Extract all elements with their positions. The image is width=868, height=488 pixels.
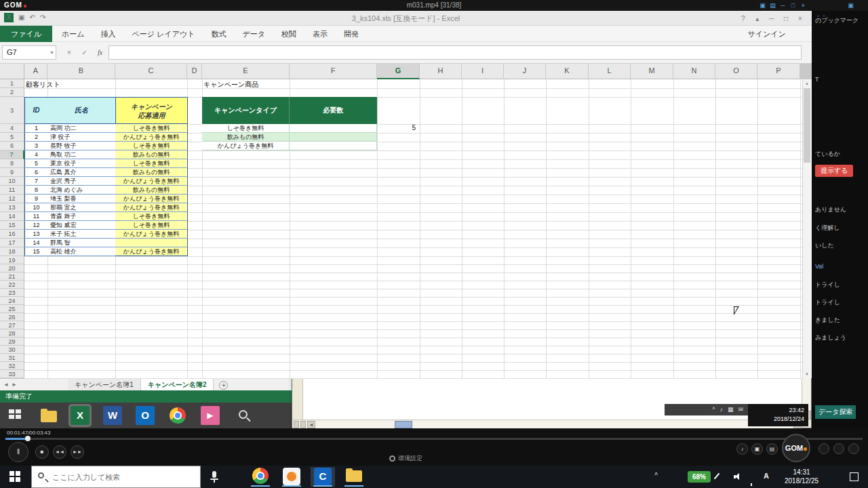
excel-window-controls[interactable]: ? ▴ ─ □ × xyxy=(737,11,806,26)
chrome-icon[interactable] xyxy=(168,406,187,425)
start-icon[interactable] xyxy=(5,406,24,425)
sheet-tab[interactable]: キャンペーン名簿2 xyxy=(141,379,214,390)
row-header-7[interactable]: 7 xyxy=(0,150,24,159)
settings-button[interactable]: 環境設定 xyxy=(389,454,422,463)
outlook-icon[interactable]: O xyxy=(136,406,155,425)
row-header-4[interactable]: 4 xyxy=(0,124,24,133)
maximize-icon[interactable]: □ xyxy=(788,0,798,11)
customer-campaign-cell[interactable]: しそ巻き無料 xyxy=(115,212,188,221)
scrollbar-thumb[interactable] xyxy=(395,421,412,428)
column-header-G[interactable]: G xyxy=(377,64,420,79)
split-handle[interactable] xyxy=(300,421,306,428)
customer-name-cell[interactable]: 金沢 秀子 xyxy=(47,177,116,186)
word-icon[interactable]: W xyxy=(103,406,122,425)
customer-name-cell[interactable]: 那覇 宜之 xyxy=(47,203,116,212)
column-header-N[interactable]: N xyxy=(673,64,715,79)
taskbar-clock[interactable]: 14:31 2018/12/25 xyxy=(777,468,826,485)
row-header-11[interactable]: 11 xyxy=(0,186,24,195)
horizontal-scrollbar[interactable]: ◄ ► xyxy=(293,420,802,428)
campaign-type-cell[interactable]: 飲みもの無料 xyxy=(202,133,290,142)
playlist-icon[interactable]: ▤ xyxy=(768,0,778,11)
row-header-31[interactable]: 31 xyxy=(0,354,24,362)
customer-campaign-cell[interactable]: 飲みもの無料 xyxy=(115,168,188,177)
customer-name-cell[interactable]: 長野 牧子 xyxy=(47,142,116,150)
keyboard-icon[interactable]: ▦ xyxy=(728,404,734,415)
customer-campaign-cell[interactable]: かんぴょう巻き無料 xyxy=(115,177,188,186)
enter-icon[interactable]: ✓ xyxy=(78,45,92,60)
customer-id-cell[interactable]: 11 xyxy=(24,212,48,221)
ribbon-tab-5[interactable]: データ xyxy=(234,26,273,42)
customer-id-cell[interactable]: 5 xyxy=(24,159,48,168)
row-header-5[interactable]: 5 xyxy=(0,133,24,142)
row-header-8[interactable]: 8 xyxy=(0,159,24,168)
capture-icon[interactable]: ▣ xyxy=(751,443,763,455)
gom-site-button[interactable]: GOM xyxy=(782,434,810,462)
stop-button[interactable]: ■ xyxy=(35,445,49,459)
ime-indicator[interactable]: A xyxy=(764,472,769,480)
volume-icon[interactable]: ♪ xyxy=(719,404,723,415)
customer-id-cell[interactable]: 15 xyxy=(24,247,48,256)
customer-id-cell[interactable]: 3 xyxy=(24,142,48,150)
customer-id-cell[interactable]: 10 xyxy=(24,203,48,212)
ribbon-tab-8[interactable]: 開発 xyxy=(336,26,367,42)
customer-id-cell[interactable]: 8 xyxy=(24,186,48,195)
row-header-26[interactable]: 26 xyxy=(0,313,24,321)
cell-a1[interactable]: 顧客リスト xyxy=(26,80,161,88)
start-button[interactable] xyxy=(0,466,31,488)
ribbon-tab-6[interactable]: 校閲 xyxy=(273,26,304,42)
customer-campaign-cell[interactable]: かんぴょう巻き無料 xyxy=(115,203,188,212)
column-header-B[interactable]: B xyxy=(47,64,115,79)
row-header-29[interactable]: 29 xyxy=(0,338,24,346)
media-player-icon[interactable]: ► xyxy=(201,406,220,425)
row-header-24[interactable]: 24 xyxy=(0,297,24,305)
search-input[interactable] xyxy=(52,466,195,487)
customer-name-cell[interactable]: 北海 めぐみ xyxy=(47,186,116,195)
cancel-icon[interactable]: × xyxy=(62,45,76,60)
gom-player-titlebar[interactable]: GOM m031.mp4 [31/38] ▣▤─□× ▣ xyxy=(0,0,868,11)
row-header-30[interactable]: 30 xyxy=(0,346,24,354)
ribbon-tab-1[interactable]: ホーム xyxy=(54,26,93,42)
side-app-button-icon[interactable]: ▣ xyxy=(846,0,856,11)
campaign-type-cell[interactable]: かんぴょう巻き無料 xyxy=(202,142,290,150)
column-header-A[interactable]: A xyxy=(24,64,47,79)
minimize-icon[interactable]: ─ xyxy=(766,12,778,26)
column-header-F[interactable]: F xyxy=(290,64,377,79)
row-header-14[interactable]: 14 xyxy=(0,212,24,221)
seek-bar[interactable] xyxy=(5,438,863,440)
customer-name-cell[interactable]: 高岡 功二 xyxy=(47,124,116,133)
pause-button[interactable]: ‖ xyxy=(8,442,28,462)
formula-input[interactable] xyxy=(108,45,802,60)
campaign-count-cell[interactable] xyxy=(290,142,377,150)
customer-id-cell[interactable]: 1 xyxy=(24,124,48,133)
name-box[interactable]: G7▼ xyxy=(2,45,56,60)
row-header-1[interactable]: 1 xyxy=(0,79,24,88)
customer-name-cell[interactable]: 津 役子 xyxy=(47,133,116,142)
row-header-27[interactable]: 27 xyxy=(0,321,24,329)
cell-e1[interactable]: キャンペーン商品 xyxy=(203,80,339,88)
close-icon[interactable]: × xyxy=(798,0,808,11)
customer-name-cell[interactable]: 青森 舞子 xyxy=(47,212,116,221)
add-sheet-icon[interactable]: + xyxy=(219,381,228,390)
ribbon-tab-file[interactable]: ファイル xyxy=(0,26,52,42)
hidden-icons-chevron[interactable]: ^ xyxy=(654,472,658,479)
column-header-L[interactable]: L xyxy=(589,64,631,79)
redo-icon[interactable]: ↷ xyxy=(40,14,45,21)
row-header-21[interactable]: 21 xyxy=(0,272,24,281)
minimize-icon[interactable]: ─ xyxy=(778,0,788,11)
customer-id-cell[interactable]: 14 xyxy=(24,239,48,247)
row-header-20[interactable]: 20 xyxy=(0,264,24,272)
customer-campaign-cell[interactable]: かんぴょう巻き無料 xyxy=(115,133,188,142)
customer-id-cell[interactable]: 12 xyxy=(24,221,48,230)
column-header-O[interactable]: O xyxy=(715,64,757,79)
ribbon-options-icon[interactable]: ▴ xyxy=(751,12,764,26)
column-header-I[interactable]: I xyxy=(462,64,504,79)
side-control-3[interactable] xyxy=(848,443,859,454)
row-header-16[interactable]: 16 xyxy=(0,230,24,239)
gom-cam-icon[interactable]: C xyxy=(311,467,335,487)
column-header-C[interactable]: C xyxy=(115,64,187,79)
customer-id-cell[interactable]: 4 xyxy=(24,150,48,159)
battery-status-badge[interactable]: 68% xyxy=(688,471,711,483)
column-header-D[interactable]: D xyxy=(187,64,202,79)
split-handle[interactable] xyxy=(294,421,299,428)
campaign-count-cell[interactable] xyxy=(290,133,377,142)
